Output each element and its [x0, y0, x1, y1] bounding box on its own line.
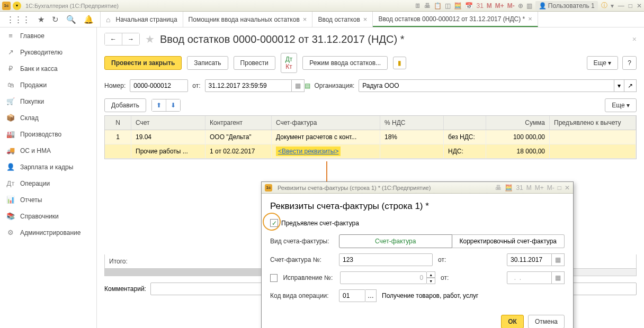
- nav-purchases[interactable]: 🛒Покупки: [0, 93, 96, 110]
- select-icon[interactable]: ▾: [614, 79, 624, 92]
- org-label: Организация:: [315, 82, 355, 89]
- date-field[interactable]: [205, 79, 292, 92]
- table-row[interactable]: 1 19.04 ООО "Дельта" Документ расчетов с…: [105, 130, 636, 144]
- table-more-button[interactable]: Еще ▾: [605, 98, 637, 112]
- spin-up-icon[interactable]: ▲: [427, 271, 435, 278]
- print-icon[interactable]: 🖶: [495, 184, 502, 192]
- nav-main[interactable]: ≡Главное: [0, 28, 96, 44]
- tab-assistant[interactable]: Помощник ввода начальных остатков×: [183, 12, 313, 27]
- number-field[interactable]: [130, 79, 188, 92]
- nav-bank[interactable]: ₽Банк и касса: [0, 60, 96, 77]
- nav-hr[interactable]: 👤Зарплата и кадры: [0, 159, 96, 175]
- invoice-dialog: 1c Реквизиты счета-фактуры (строка 1) * …: [261, 181, 574, 328]
- history-icon[interactable]: ↻: [52, 15, 59, 24]
- back-button[interactable]: ←: [105, 33, 122, 45]
- invoice-number-field[interactable]: [339, 253, 433, 266]
- more-button[interactable]: Еще ▾: [587, 56, 619, 70]
- post-and-close-button[interactable]: Провести и закрыть: [104, 56, 182, 70]
- post-button[interactable]: Провести: [234, 56, 275, 70]
- favorite-icon[interactable]: ★: [38, 15, 44, 24]
- maximize-icon[interactable]: □: [558, 184, 561, 192]
- m-minus-button[interactable]: M-: [547, 184, 554, 192]
- calculator-icon[interactable]: 🧮: [505, 184, 513, 192]
- zoom-icon[interactable]: ⊕: [518, 2, 523, 10]
- type-invoice-button[interactable]: Счет-фактура: [339, 234, 452, 248]
- maximize-icon[interactable]: □: [629, 2, 632, 10]
- move-up-button[interactable]: ⬆: [152, 99, 166, 111]
- org-link-icon[interactable]: ▤: [305, 82, 310, 89]
- save-button[interactable]: Записать: [187, 56, 228, 70]
- ok-button[interactable]: ОК: [501, 315, 524, 328]
- help-button[interactable]: ?: [622, 56, 637, 70]
- forward-button[interactable]: →: [122, 33, 139, 45]
- fix-number-field[interactable]: [340, 271, 427, 284]
- attach-button[interactable]: ▮: [393, 57, 406, 69]
- nav-sales[interactable]: 🛍Продажи: [0, 77, 96, 93]
- table-row[interactable]: Прочие работы ... 1 от 02.02.2017 <Ввест…: [105, 144, 636, 159]
- calendar-icon[interactable]: [552, 271, 565, 284]
- tab-home[interactable]: Начальная страница: [101, 12, 183, 27]
- m-button[interactable]: M: [526, 184, 532, 192]
- fix-checkbox[interactable]: ✓: [270, 274, 278, 282]
- type-correction-button[interactable]: Корректировочный счет-фактура: [452, 234, 565, 248]
- nav-assets[interactable]: 🚚ОС и НМА: [0, 142, 96, 159]
- calendar-icon[interactable]: [292, 79, 305, 92]
- notifications-icon[interactable]: 🔔: [84, 15, 94, 24]
- org-field[interactable]: [359, 79, 614, 92]
- nav-reports[interactable]: 📊Отчеты: [0, 192, 96, 208]
- m-minus-button[interactable]: M-: [507, 2, 515, 10]
- minimize-icon[interactable]: —: [618, 2, 624, 10]
- favorite-toggle[interactable]: ★: [145, 33, 155, 45]
- factory-icon: 🏭: [6, 130, 15, 138]
- mode-button[interactable]: Режим ввода остатков...: [302, 56, 388, 70]
- nav-admin[interactable]: ⚙Администрирование: [0, 224, 96, 241]
- info-dd-icon[interactable]: ▾: [611, 2, 614, 10]
- close-icon[interactable]: ✕: [565, 184, 570, 192]
- op-code-field[interactable]: [339, 289, 365, 302]
- nav-production[interactable]: 🏭Производство: [0, 126, 96, 142]
- m-plus-button[interactable]: M+: [495, 2, 504, 10]
- date-icon[interactable]: 31: [476, 2, 483, 10]
- close-icon[interactable]: ×: [363, 15, 368, 23]
- tab-doc[interactable]: Ввод остатков 0000-000012 от 31.12.2017 …: [373, 12, 538, 27]
- nav-arrows: ← →: [104, 33, 140, 45]
- move-down-button[interactable]: ⬇: [166, 99, 180, 111]
- m-plus-button[interactable]: M+: [535, 184, 544, 192]
- calculator-icon[interactable]: 🧮: [454, 2, 462, 10]
- nav-operations[interactable]: ДтОперации: [0, 175, 96, 192]
- app-menu-dropdown[interactable]: ▾: [13, 2, 21, 10]
- clipboard-icon[interactable]: 📋: [434, 2, 442, 10]
- close-document-icon[interactable]: ×: [632, 35, 637, 43]
- spin-down-icon[interactable]: ▼: [427, 278, 435, 284]
- tab-balances[interactable]: Ввод остатков×: [312, 12, 373, 27]
- close-icon[interactable]: ✕: [637, 2, 642, 10]
- op-select-icon[interactable]: …: [365, 289, 377, 302]
- add-row-button[interactable]: Добавить: [104, 98, 146, 112]
- close-icon[interactable]: ×: [303, 15, 307, 23]
- calendar-icon[interactable]: [552, 253, 565, 266]
- fix-date-field[interactable]: [507, 271, 552, 284]
- nav-warehouse[interactable]: 📦Склад: [0, 110, 96, 126]
- open-icon[interactable]: ↗: [624, 79, 637, 92]
- nav-manager[interactable]: ↗Руководителю: [0, 44, 96, 60]
- cancel-button[interactable]: Отмена: [528, 315, 565, 328]
- panels-icon[interactable]: ▥: [526, 2, 532, 10]
- box-icon: 📦: [6, 114, 15, 122]
- date-icon[interactable]: 31: [516, 184, 523, 192]
- info-icon[interactable]: ⓘ: [601, 1, 607, 10]
- presented-checkbox[interactable]: ✓: [270, 219, 278, 227]
- calendar-icon[interactable]: 📅: [465, 2, 473, 10]
- close-icon[interactable]: ×: [528, 15, 532, 23]
- m-button[interactable]: M: [487, 2, 492, 10]
- invoice-date-field[interactable]: [507, 253, 552, 266]
- search-icon[interactable]: 🔍: [66, 15, 76, 24]
- dtkt-button[interactable]: ДтКт: [281, 53, 298, 73]
- print-preview-icon[interactable]: 🗏: [415, 2, 421, 10]
- compare-icon[interactable]: ◫: [445, 2, 451, 10]
- user-button[interactable]: 👤 Пользователь 1: [535, 1, 598, 11]
- print-icon[interactable]: 🖶: [424, 2, 431, 10]
- col-n: N: [105, 116, 131, 130]
- nav-refs[interactable]: 📚Справочники: [0, 208, 96, 224]
- apps-icon[interactable]: ⋮⋮⋮: [6, 15, 30, 24]
- enter-details-link[interactable]: <Ввести реквизиты>: [276, 147, 341, 156]
